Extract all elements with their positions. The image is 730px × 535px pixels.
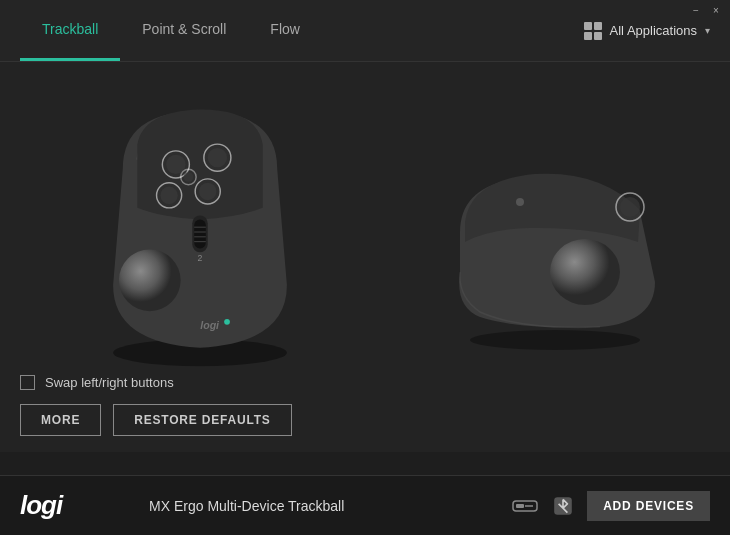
logi-logo: logi	[20, 490, 62, 521]
swap-buttons-row: Swap left/right buttons	[20, 375, 710, 390]
trackball-main-view: 2 logi	[80, 92, 320, 372]
header-right: All Applications ▾	[584, 22, 710, 40]
more-button[interactable]: MORE	[20, 404, 101, 436]
add-devices-button[interactable]: ADD DEVICES	[587, 491, 710, 521]
svg-point-25	[516, 198, 524, 206]
tab-point-scroll[interactable]: Point & Scroll	[120, 0, 248, 61]
bluetooth-icon	[549, 497, 577, 515]
svg-point-8	[199, 183, 216, 200]
header: Trackball Point & Scroll Flow All Applic…	[0, 0, 730, 62]
tab-list: Trackball Point & Scroll Flow	[20, 0, 322, 61]
footer-icons: ADD DEVICES	[511, 491, 710, 521]
svg-point-4	[208, 148, 227, 167]
svg-point-6	[160, 187, 177, 204]
svg-point-20	[224, 319, 230, 325]
all-applications-selector[interactable]: All Applications ▾	[584, 22, 710, 40]
title-bar: − ×	[682, 0, 730, 20]
tab-flow[interactable]: Flow	[248, 0, 322, 61]
trackball-side-view	[440, 152, 670, 352]
main-content: 2 logi	[0, 62, 730, 452]
grid-icon	[584, 22, 602, 40]
svg-rect-12	[194, 219, 206, 248]
swap-buttons-label: Swap left/right buttons	[45, 375, 174, 390]
controls-section: Swap left/right buttons MORE RESTORE DEF…	[0, 363, 730, 452]
svg-point-18	[119, 249, 181, 311]
svg-point-22	[550, 239, 620, 305]
svg-text:2: 2	[198, 253, 203, 263]
svg-point-21	[470, 330, 640, 350]
svg-text:logi: logi	[200, 319, 220, 331]
close-button[interactable]: ×	[710, 4, 722, 16]
device-name: MX Ergo Multi-Device Trackball	[149, 498, 344, 514]
tab-trackball[interactable]: Trackball	[20, 0, 120, 61]
footer: logi MX Ergo Multi-Device Trackball ADD …	[0, 475, 730, 535]
svg-rect-27	[516, 504, 524, 508]
usb-icon	[511, 497, 539, 515]
minimize-button[interactable]: −	[690, 4, 702, 16]
chevron-down-icon: ▾	[705, 25, 710, 36]
device-area: 2 logi	[0, 62, 730, 363]
restore-defaults-button[interactable]: RESTORE DEFAULTS	[113, 404, 291, 436]
button-row: MORE RESTORE DEFAULTS	[20, 404, 710, 436]
swap-buttons-checkbox[interactable]	[20, 375, 35, 390]
svg-point-24	[620, 197, 640, 217]
svg-point-10	[184, 172, 194, 182]
